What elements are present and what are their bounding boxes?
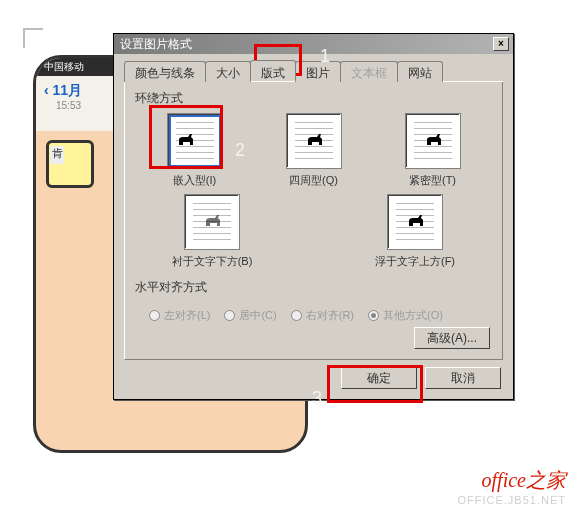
dog-icon: [305, 132, 325, 148]
wrap-behind-label: 衬于文字下方(B): [157, 254, 267, 269]
dialog-footer: 确定 取消: [341, 367, 501, 389]
dog-icon: [203, 213, 223, 229]
halign-group-label: 水平对齐方式: [135, 279, 492, 296]
phone-note-label: 肯: [50, 146, 64, 164]
wrap-tight-label: 紧密型(T): [378, 173, 488, 188]
phone-back-label: 11月: [53, 82, 83, 98]
wrap-behind-thumb: [184, 194, 240, 250]
cancel-button[interactable]: 取消: [425, 367, 501, 389]
halign-left-label: 左对齐(L): [164, 308, 210, 323]
annotation-num-2: 2: [235, 140, 245, 161]
wrap-front[interactable]: 浮于文字上方(F): [360, 194, 470, 269]
halign-other-radio: 其他方式(O): [368, 308, 443, 323]
dog-icon: [176, 132, 196, 148]
halign-center-label: 居中(C): [239, 308, 276, 323]
dialog-title: 设置图片格式: [120, 36, 192, 53]
wrap-square-thumb: [286, 113, 342, 169]
halign-right-radio: 右对齐(R): [291, 308, 354, 323]
dog-icon: [424, 132, 444, 148]
phone-back-button[interactable]: ‹ 11月: [44, 82, 82, 98]
wrap-front-thumb: [387, 194, 443, 250]
tab-textbox: 文本框: [340, 61, 398, 82]
halign-center-radio: 居中(C): [224, 308, 276, 323]
doc-corner-mark: [23, 28, 43, 48]
halign-left-radio: 左对齐(L): [149, 308, 210, 323]
format-picture-dialog: 设置图片格式 × 颜色与线条 大小 版式 图片 文本框 网站 环绕方式: [113, 33, 514, 400]
halign-other-label: 其他方式(O): [383, 308, 443, 323]
watermark-url: OFFICE.JB51.NET: [457, 494, 566, 506]
tab-color-lines[interactable]: 颜色与线条: [124, 61, 206, 82]
carrier-label: 中国移动: [44, 61, 84, 72]
halign-row: 左对齐(L) 居中(C) 右对齐(R) 其他方式(O): [135, 308, 492, 323]
tab-bar: 颜色与线条 大小 版式 图片 文本框 网站: [124, 60, 503, 82]
tab-layout[interactable]: 版式: [250, 60, 296, 81]
dog-icon: [406, 213, 426, 229]
wrap-square[interactable]: 四周型(Q): [259, 113, 369, 188]
layout-panel: 环绕方式 嵌入型(I): [124, 82, 503, 360]
wrap-inline[interactable]: 嵌入型(I): [140, 113, 250, 188]
dialog-body: 颜色与线条 大小 版式 图片 文本框 网站 环绕方式 嵌入型(I): [114, 54, 513, 399]
halign-right-label: 右对齐(R): [306, 308, 354, 323]
wrap-tight-thumb: [405, 113, 461, 169]
wrap-row-1: 嵌入型(I) 四周型(Q): [135, 113, 492, 188]
close-button[interactable]: ×: [493, 37, 509, 51]
wrap-square-label: 四周型(Q): [259, 173, 369, 188]
wrap-inline-label: 嵌入型(I): [140, 173, 250, 188]
tab-web[interactable]: 网站: [397, 61, 443, 82]
wrap-row-2: 衬于文字下方(B) 浮于文字上方(F): [135, 194, 492, 269]
annotation-num-1: 1: [320, 46, 330, 67]
tab-size[interactable]: 大小: [205, 61, 251, 82]
dialog-titlebar[interactable]: 设置图片格式 ×: [114, 34, 513, 54]
tab-picture[interactable]: 图片: [295, 61, 341, 82]
wrap-front-label: 浮于文字上方(F): [360, 254, 470, 269]
watermark-brand: office之家: [457, 467, 566, 494]
watermark: office之家 OFFICE.JB51.NET: [457, 467, 566, 506]
wrap-tight[interactable]: 紧密型(T): [378, 113, 488, 188]
ok-button[interactable]: 确定: [341, 367, 417, 389]
wrap-group-label: 环绕方式: [135, 90, 492, 107]
wrap-inline-thumb: [167, 113, 223, 169]
wrap-behind[interactable]: 衬于文字下方(B): [157, 194, 267, 269]
advanced-button[interactable]: 高级(A)...: [414, 327, 490, 349]
annotation-num-3: 3: [312, 388, 322, 409]
